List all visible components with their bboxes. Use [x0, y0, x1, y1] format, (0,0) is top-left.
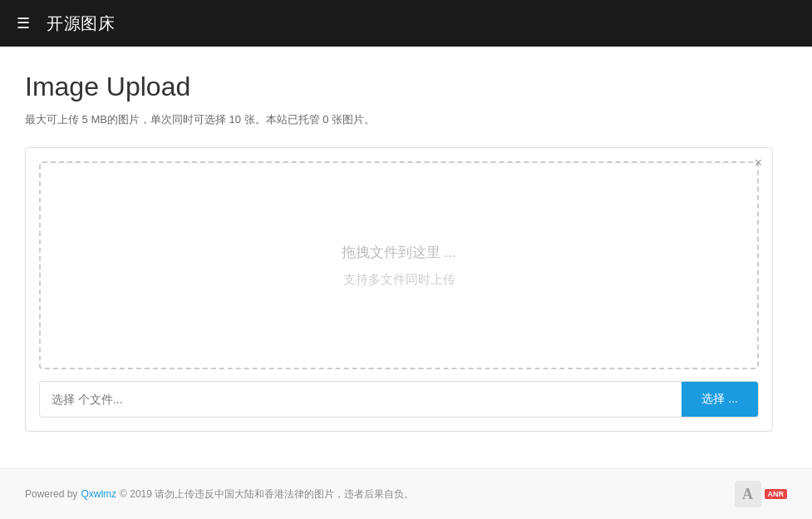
powered-by-text: Powered by [25, 488, 77, 500]
page-title: Image Upload [25, 72, 787, 102]
drop-zone-secondary-text: 支持多文件同时上传 [343, 267, 455, 292]
navbar: ☰ 开源图床 [0, 0, 812, 47]
footer-logo: A ANR [735, 481, 788, 507]
footer: Powered by Qxwlmz © 2019 请勿上传违反中国大陆和香港法律… [0, 468, 812, 519]
footer-link[interactable]: Qxwlmz [81, 488, 116, 500]
footer-copyright: © 2019 请勿上传违反中国大陆和香港法律的图片，违者后果自负。 [120, 487, 414, 502]
page-subtitle: 最大可上传 5 MB的图片，单次同时可选择 10 张。本站已托管 0 张图片。 [25, 112, 787, 127]
menu-icon[interactable]: ☰ [17, 16, 30, 31]
file-select-button[interactable]: 选择 ... [682, 382, 758, 417]
file-input[interactable] [40, 384, 682, 414]
upload-card: × 拖拽文件到这里 ... 支持多文件同时上传 选择 ... [25, 147, 773, 432]
footer-logo-icon: A [735, 481, 761, 507]
file-input-row: 选择 ... [39, 381, 759, 418]
navbar-brand: 开源图床 [47, 12, 115, 35]
drop-zone-primary-text: 拖拽文件到这里 ... [342, 239, 456, 267]
footer-left: Powered by Qxwlmz © 2019 请勿上传违反中国大陆和香港法律… [25, 487, 414, 502]
drop-zone[interactable]: 拖拽文件到这里 ... 支持多文件同时上传 [39, 161, 759, 369]
anr-badge: ANR [765, 489, 788, 499]
close-icon[interactable]: × [755, 156, 762, 170]
main-content: Image Upload 最大可上传 5 MB的图片，单次同时可选择 10 张。… [0, 47, 812, 468]
